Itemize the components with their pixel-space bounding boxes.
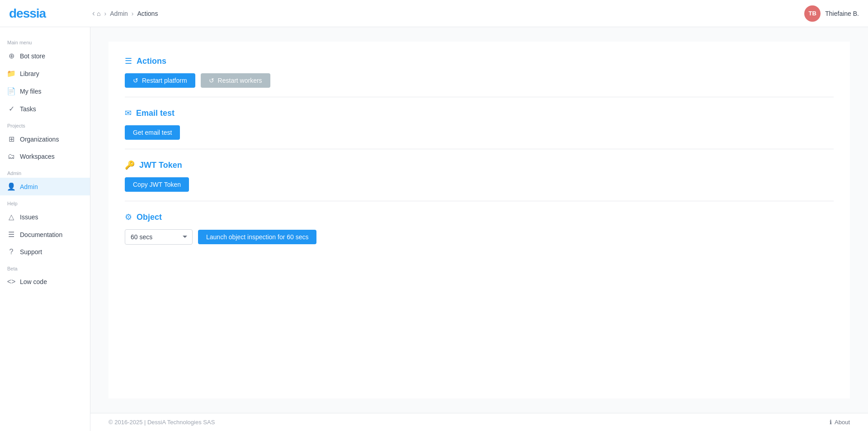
header-right: TB Thiefaine B. xyxy=(804,5,859,22)
sidebar-item-workspaces[interactable]: 🗂Workspaces xyxy=(0,148,90,165)
about-icon: ℹ xyxy=(830,419,832,426)
sidebar-item-documentation[interactable]: ☰Documentation xyxy=(0,226,90,243)
inspection-duration-select[interactable]: 30 secs 60 secs 120 secs 300 secs xyxy=(125,229,193,245)
sidebar-item-support[interactable]: ?Support xyxy=(0,243,90,260)
actions-section-icon: ☰ xyxy=(125,56,132,66)
header: dessia ‹ ⌂ › Admin › Actions TB Thiefain… xyxy=(0,0,868,27)
object-section-title: Object xyxy=(137,213,162,222)
sidebar-item-organizations-label: Organizations xyxy=(20,136,59,143)
admin-icon: 👤 xyxy=(7,182,15,191)
sidebar-item-low-code[interactable]: <>Low code xyxy=(0,273,90,290)
issues-icon: △ xyxy=(7,213,15,221)
get-email-test-button[interactable]: Get email test xyxy=(125,125,180,140)
email-test-section-header: ✉ Email test xyxy=(125,108,834,118)
tasks-icon: ✓ xyxy=(7,104,15,113)
sidebar-item-workspaces-label: Workspaces xyxy=(20,153,55,160)
divider-1 xyxy=(125,97,834,97)
header-left: dessia ‹ ⌂ › Admin › Actions xyxy=(0,6,158,21)
actions-section-header: ☰ Actions xyxy=(125,56,834,66)
sidebar-section-main-menu: Main menu xyxy=(0,34,90,47)
about-link[interactable]: ℹ About xyxy=(830,419,850,426)
username: Thiefaine B. xyxy=(825,10,859,17)
copy-jwt-token-button[interactable]: Copy JWT Token xyxy=(125,177,189,192)
sidebar-item-documentation-label: Documentation xyxy=(20,231,62,238)
support-icon: ? xyxy=(7,248,15,256)
sidebar-section-help: Help xyxy=(0,195,90,208)
email-test-button-group: Get email test xyxy=(125,125,834,140)
email-test-section-title: Email test xyxy=(136,109,175,118)
sidebar-item-low-code-label: Low code xyxy=(20,278,47,285)
workspaces-icon: 🗂 xyxy=(7,152,15,161)
breadcrumb-sep-1: › xyxy=(104,10,106,17)
restart-platform-label: Restart platform xyxy=(142,77,187,84)
organizations-icon: ⊞ xyxy=(7,135,15,143)
logo-area: dessia xyxy=(0,6,90,21)
sidebar-item-admin[interactable]: 👤Admin xyxy=(0,178,90,195)
jwt-section-header: 🔑 JWT Token xyxy=(125,160,834,170)
sidebar-item-bot-store[interactable]: ⊕Bot store xyxy=(0,47,90,65)
nav-back-button[interactable]: ‹ xyxy=(90,7,97,20)
sidebar-item-tasks-label: Tasks xyxy=(20,105,36,113)
sidebar-item-issues-label: Issues xyxy=(20,213,38,221)
sidebar-item-library-label: Library xyxy=(20,70,39,77)
avatar[interactable]: TB xyxy=(804,5,821,22)
actions-section-title: Actions xyxy=(137,57,166,66)
main-content-inner: ☰ Actions ↺ Restart platform ↺ Restart w… xyxy=(108,42,850,398)
bot-store-icon: ⊕ xyxy=(7,52,15,60)
restart-workers-button[interactable]: ↺ Restart workers xyxy=(201,73,270,88)
sidebar-section-admin: Admin xyxy=(0,165,90,178)
breadcrumb-current: Actions xyxy=(137,10,158,17)
layout: Main menu⊕Bot store📁Library📄My files✓Tas… xyxy=(0,27,868,431)
breadcrumb-home-icon[interactable]: ⌂ xyxy=(97,10,100,17)
my-files-icon: 📄 xyxy=(7,87,15,95)
object-select-wrapper: 30 secs 60 secs 120 secs 300 secs Launch… xyxy=(125,229,834,245)
divider-3 xyxy=(125,201,834,201)
actions-button-group: ↺ Restart platform ↺ Restart workers xyxy=(125,73,834,88)
library-icon: 📁 xyxy=(7,69,15,78)
jwt-section-title: JWT Token xyxy=(139,161,182,170)
sidebar-section-beta: Beta xyxy=(0,260,90,273)
low-code-icon: <> xyxy=(7,278,15,286)
restart-workers-label: Restart workers xyxy=(218,77,262,84)
sidebar-item-organizations[interactable]: ⊞Organizations xyxy=(0,130,90,148)
restart-platform-icon: ↺ xyxy=(133,77,138,84)
restart-platform-button[interactable]: ↺ Restart platform xyxy=(125,73,195,88)
jwt-icon: 🔑 xyxy=(125,160,135,170)
about-label: About xyxy=(835,419,850,426)
sidebar-item-my-files-label: My files xyxy=(20,88,41,95)
sidebar-item-tasks[interactable]: ✓Tasks xyxy=(0,100,90,118)
sidebar-item-library[interactable]: 📁Library xyxy=(0,65,90,82)
main-content: ☰ Actions ↺ Restart platform ↺ Restart w… xyxy=(90,27,868,413)
sidebar-item-bot-store-label: Bot store xyxy=(20,52,45,60)
launch-object-inspection-button[interactable]: Launch object inspection for 60 secs xyxy=(198,230,316,244)
sidebar-section-projects: Projects xyxy=(0,118,90,130)
sidebar-item-issues[interactable]: △Issues xyxy=(0,208,90,226)
sidebar-item-admin-label: Admin xyxy=(20,183,38,190)
launch-object-inspection-label: Launch object inspection for 60 secs xyxy=(206,233,308,241)
sidebar-item-support-label: Support xyxy=(20,248,42,256)
sidebar-item-my-files[interactable]: 📄My files xyxy=(0,82,90,100)
breadcrumb: ⌂ › Admin › Actions xyxy=(97,10,158,17)
jwt-button-group: Copy JWT Token xyxy=(125,177,834,192)
email-test-icon: ✉ xyxy=(125,108,132,118)
copy-jwt-token-label: Copy JWT Token xyxy=(133,181,181,188)
breadcrumb-admin-link[interactable]: Admin xyxy=(110,10,128,17)
sidebar: Main menu⊕Bot store📁Library📄My files✓Tas… xyxy=(0,27,90,431)
object-section-header: ⚙ Object xyxy=(125,212,834,222)
restart-workers-icon: ↺ xyxy=(209,77,214,84)
logo: dessia xyxy=(9,6,46,21)
object-icon: ⚙ xyxy=(125,212,132,222)
copyright: © 2016-2025 | DessiA Technologies SAS xyxy=(108,419,215,426)
breadcrumb-sep-2: › xyxy=(132,10,134,17)
divider-2 xyxy=(125,149,834,149)
get-email-test-label: Get email test xyxy=(133,129,172,136)
footer: © 2016-2025 | DessiA Technologies SAS ℹ … xyxy=(90,413,868,431)
documentation-icon: ☰ xyxy=(7,230,15,239)
